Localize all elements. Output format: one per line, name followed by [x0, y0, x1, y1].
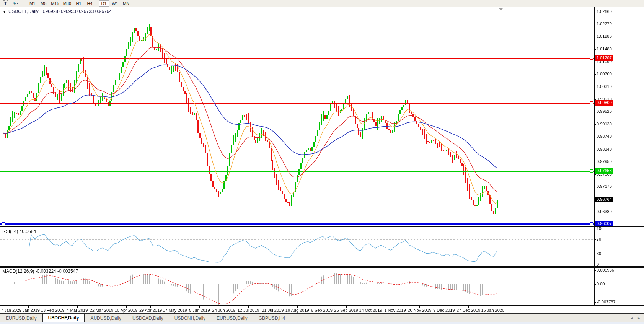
chart-symbol-period: USDCHF,Daily [8, 9, 39, 14]
price-axis-tick: 0.98740 [597, 134, 612, 138]
price-axis-tick: 0.96380 [597, 209, 612, 214]
timeframe-button-m5[interactable]: M5 [38, 0, 49, 7]
level-price-label[interactable]: 0.97658 [595, 168, 613, 174]
price-axis-tick: 1.01480 [597, 47, 612, 51]
price-axis-tick: 1.01880 [597, 34, 612, 39]
price-axis-tick: 1.00310 [597, 84, 612, 89]
date-axis-label: 20 Nov 2019 [408, 308, 431, 313]
date-axis-label: 27 Dec 2019 [457, 308, 480, 313]
chart-tab-gbpusd-h4[interactable]: GBPUSD,H4 [253, 314, 290, 322]
rsi-scale-tick: 30 [597, 251, 601, 256]
price-axis-tick: 0.98340 [597, 147, 612, 151]
date-axis-label: 9 Dec 2019 [433, 308, 455, 313]
dropdown-caret-icon: ▾ [16, 2, 18, 5]
timeframe-button-m15[interactable]: M15 [49, 0, 60, 7]
date-axis-label: 13 Feb 2019 [41, 308, 65, 313]
tabs-holder: EURUSD,DailyUSDCHF,DailyAUDUSD,DailyUSDC… [0, 314, 290, 322]
price-axis-tick: 0.97170 [597, 184, 612, 189]
date-axis-label: 24 Jun 2019 [212, 308, 236, 313]
collapse-triangle-icon[interactable]: ▼ [3, 10, 6, 14]
tab-scroll-right-icon[interactable]: ▸ [638, 316, 640, 320]
chart-shift-marker-icon[interactable] [499, 8, 503, 10]
price-axis-tick: 0.97950 [597, 159, 612, 164]
date-axis-label: 22 Mar 2019 [90, 308, 114, 313]
chart-tab-usdcad-daily[interactable]: USDCAD,Daily [127, 314, 169, 322]
timeframe-button-h4[interactable]: H4 [85, 0, 95, 7]
price-axis-tick: 0.99520 [597, 109, 612, 114]
chart-tab-usdcnh-daily[interactable]: USDCNH,Daily [169, 314, 211, 322]
level-price-label[interactable]: 1.01207 [595, 55, 613, 61]
date-axis-label: 6 Sep 2019 [311, 308, 333, 313]
chart-title: ▼USDCHF,Daily0.96928 0.96953 0.96733 0.9… [3, 9, 112, 14]
rsi-scale-tick: 100 [597, 226, 603, 231]
macd-scale-tick: 0.00 [597, 282, 605, 286]
date-axis-label: 12 Jul 2019 [238, 308, 259, 313]
timeframe-button-m30[interactable]: M30 [62, 0, 73, 7]
timeframe-button-w1[interactable]: W1 [110, 0, 120, 7]
text-tool-button[interactable]: T [2, 0, 9, 6]
timeframe-button-mn[interactable]: MN [121, 0, 131, 7]
tab-scroll-left-icon[interactable]: ◂ [631, 316, 633, 320]
price-axis-tick: 1.02270 [597, 21, 612, 26]
chart-ohlc-values: 0.96928 0.96953 0.96733 0.96764 [42, 9, 112, 14]
macd-indicator-label: MACD(12,26,9) -0.003224 -0.003547 [2, 269, 78, 274]
chart-tab-bar: EURUSD,DailyUSDCHF,DailyAUDUSD,DailyUSDC… [0, 313, 644, 322]
rsi-scale-tick: 0 [597, 262, 599, 267]
chart-tab-eurusd-daily[interactable]: EURUSD,Daily [0, 314, 42, 322]
level-price-label[interactable]: 0.96007 [595, 221, 613, 226]
level-price-label[interactable]: 0.99800 [595, 100, 613, 106]
date-axis-label: 31 Jul 2019 [262, 308, 284, 313]
date-axis-label: 17 May 2019 [163, 308, 187, 313]
date-axis-label: 25 Jan 2019 [16, 308, 40, 313]
toolbar: T ✦ ▾ M1M5M15M30H1H4D1W1MN [0, 0, 644, 7]
date-axis-label: 25 Sep 2019 [334, 308, 358, 313]
price-axis-tick: 1.02660 [597, 9, 612, 14]
rsi-indicator-label: RSI(14) 40.5684 [2, 229, 36, 234]
timeframe-button-d1[interactable]: D1 [99, 0, 109, 7]
status-strip [0, 322, 644, 324]
arrows-tool-icon: ✦ [12, 1, 16, 5]
timeframe-button-h1[interactable]: H1 [73, 0, 84, 7]
timeframe-button-group: M1M5M15M30H1H4D1W1MN [27, 0, 132, 7]
date-axis-label: 29 Apr 2019 [139, 308, 162, 313]
date-axis-label: 4 Mar 2019 [67, 308, 88, 313]
current-price-label: 0.96764 [595, 197, 613, 202]
toolbar-grip [23, 1, 25, 6]
macd-scale-tick: -0.007737 [597, 300, 616, 304]
rsi-scale-tick: 70 [597, 237, 601, 241]
date-axis-label: 10 Apr 2019 [115, 308, 137, 313]
tab-scroll-arrows: ◂ ▸ [631, 314, 644, 322]
price-axis-tick: 0.99130 [597, 122, 612, 126]
chart-tab-usdchf-daily[interactable]: USDCHF,Daily [42, 314, 85, 322]
price-axis-tick: 1.00700 [597, 72, 612, 76]
chart-tab-audusd-daily[interactable]: AUDUSD,Daily [85, 314, 127, 322]
date-axis-label: 5 Jun 2019 [189, 308, 210, 313]
date-axis-label: 1 Nov 2019 [384, 308, 406, 313]
date-axis-label: 15 Jan 2020 [481, 308, 505, 313]
price-chart-canvas[interactable] [0, 7, 644, 308]
drawing-tool-button[interactable]: ✦ ▾ [11, 0, 20, 6]
date-axis-label: 19 Aug 2019 [285, 308, 309, 313]
timeframe-button-m1[interactable]: M1 [27, 0, 37, 7]
chart-tab-eurusd-daily[interactable]: EURUSD,Daily [211, 314, 253, 322]
macd-scale-tick: 0.005986 [597, 268, 614, 272]
date-axis-label: 14 Oct 2019 [359, 308, 382, 313]
